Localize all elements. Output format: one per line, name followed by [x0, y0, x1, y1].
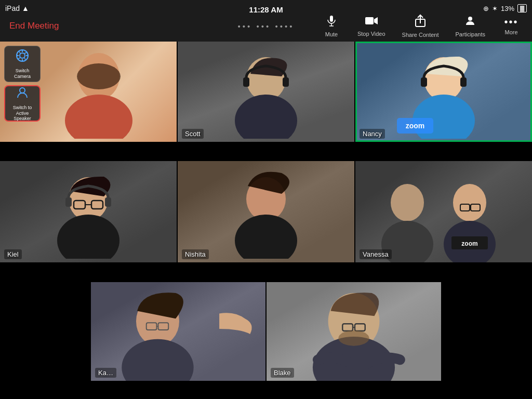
svg-rect-21: [460, 77, 467, 87]
svg-rect-30: [105, 197, 111, 207]
svg-rect-16: [243, 77, 249, 87]
participant-self: Switch Camera Switch to Active Speaker: [0, 42, 177, 142]
switch-camera-label: Switch Camera: [7, 68, 38, 79]
switch-camera-icon: [15, 48, 30, 66]
name-nishita: Nishita: [182, 249, 209, 259]
svg-point-15: [235, 95, 297, 139]
mute-label: Mute: [325, 31, 338, 37]
name-blake: Blake: [271, 368, 294, 378]
svg-point-13: [77, 63, 121, 89]
svg-point-7: [468, 17, 472, 21]
stop-video-button[interactable]: Stop Video: [351, 12, 392, 39]
svg-text:zoom: zoom: [406, 122, 425, 130]
name-nancy: Nancy: [360, 129, 385, 139]
mute-icon: [325, 15, 338, 29]
name-kat: Ka…: [95, 368, 116, 378]
svg-point-10: [20, 88, 25, 93]
more-icon: •••: [504, 17, 518, 27]
participant-kat: Ka…: [91, 282, 265, 381]
participants-icon: [464, 15, 476, 29]
svg-point-12: [65, 95, 132, 139]
camera-controls: Switch Camera Switch to Active Speaker: [4, 46, 41, 122]
video-grid: Switch Camera Switch to Active Speaker: [0, 42, 532, 399]
svg-point-52: [338, 330, 369, 346]
more-label: More: [504, 29, 517, 35]
svg-marker-4: [374, 17, 378, 24]
switch-camera-button[interactable]: Switch Camera: [4, 46, 41, 82]
switch-to-speaker-button[interactable]: Switch to Active Speaker: [4, 85, 41, 122]
speaker-view-icon: [15, 85, 30, 103]
svg-point-43: [122, 339, 193, 380]
bottom-row: Ka… Blake: [0, 282, 532, 381]
name-kiel: Kiel: [4, 249, 22, 259]
end-meeting-button[interactable]: End Meeting: [5, 18, 63, 34]
svg-rect-3: [365, 17, 374, 24]
top-bar: iPad ▲ 11:28 AM ⊕ ✶ 13% ▓ End Meeting ••…: [0, 0, 532, 42]
participant-blake: Blake: [267, 282, 441, 381]
svg-text:zoom: zoom: [461, 240, 477, 247]
participant-vanessa: zoom Vanessa: [355, 161, 532, 262]
share-icon: [415, 14, 426, 30]
switch-speaker-label: Switch to Active Speaker: [7, 105, 37, 122]
participant-nancy: zoom Nancy: [355, 42, 532, 142]
svg-rect-29: [65, 197, 72, 207]
participant-nishita: Nishita: [178, 161, 354, 262]
participant-scott: Scott: [178, 42, 354, 142]
svg-point-25: [57, 215, 119, 259]
more-button[interactable]: ••• More: [496, 14, 527, 38]
svg-rect-0: [330, 16, 333, 22]
share-content-label: Share Content: [402, 32, 439, 38]
name-vanessa: Vanessa: [360, 249, 392, 259]
meeting-id-display: ••• ••• ••••: [238, 22, 295, 31]
participant-kiel: Kiel: [0, 161, 177, 262]
svg-point-33: [391, 184, 424, 221]
toolbar: Mute Stop Video: [316, 11, 527, 41]
svg-point-35: [453, 184, 486, 221]
svg-rect-20: [421, 77, 427, 87]
share-content-button[interactable]: Share Content: [396, 11, 445, 41]
participants-button[interactable]: Participants: [449, 12, 491, 40]
video-icon: [365, 15, 378, 29]
svg-rect-17: [283, 77, 289, 87]
svg-point-32: [235, 215, 297, 259]
name-scott: Scott: [182, 129, 204, 139]
svg-point-9: [20, 53, 25, 58]
mute-button[interactable]: Mute: [316, 12, 347, 40]
participants-label: Participants: [456, 31, 485, 37]
stop-video-label: Stop Video: [357, 31, 385, 37]
